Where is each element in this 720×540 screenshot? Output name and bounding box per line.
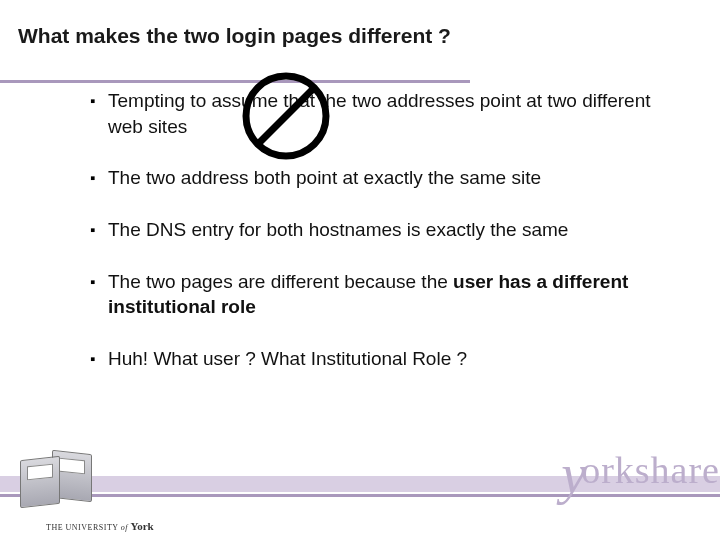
bullet-item: ▪ The two pages are different because th… [90, 269, 670, 320]
bullet-mark-icon: ▪ [90, 88, 108, 139]
bullet-item: ▪ Tempting to assume that the two addres… [90, 88, 670, 139]
bullet-item: ▪ The two address both point at exactly … [90, 165, 670, 191]
slide: What makes the two login pages different… [0, 0, 720, 540]
slide-title: What makes the two login pages different… [0, 24, 720, 48]
yorkshare-logo: yorkshare [561, 432, 720, 496]
university-label: THE UNIVERSITY of York [46, 520, 154, 532]
server-thumbnail-icon [18, 446, 110, 512]
bullet-mark-icon: ▪ [90, 217, 108, 243]
bullet-item: ▪ The DNS entry for both hostnames is ex… [90, 217, 670, 243]
bullet-text: Tempting to assume that the two addresse… [108, 88, 670, 139]
logo-y: y [561, 442, 587, 506]
bullet-text: The two pages are different because the … [108, 269, 670, 320]
bullet-text: The DNS entry for both hostnames is exac… [108, 217, 670, 243]
title-band: What makes the two login pages different… [0, 24, 720, 48]
bullet-text: Huh! What user ? What Institutional Role… [108, 346, 670, 372]
title-underline [0, 80, 470, 83]
bullet-mark-icon: ▪ [90, 346, 108, 372]
bullet-item: ▪ Huh! What user ? What Institutional Ro… [90, 346, 670, 372]
bullet-mark-icon: ▪ [90, 269, 108, 320]
bullet-text: The two address both point at exactly th… [108, 165, 670, 191]
slide-body: ▪ Tempting to assume that the two addres… [90, 88, 670, 397]
logo-text: orkshare [581, 449, 720, 491]
bullet-mark-icon: ▪ [90, 165, 108, 191]
